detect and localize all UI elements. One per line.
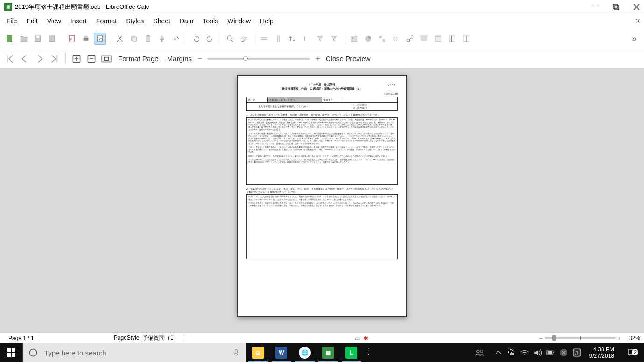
header-button[interactable] (432, 33, 444, 45)
action-center-button[interactable]: 2 (623, 348, 641, 357)
paste-button[interactable] (142, 33, 154, 45)
menu-tools[interactable]: Tools (198, 15, 223, 27)
sort-desc-button[interactable] (300, 33, 312, 45)
spellcheck-button[interactable]: Abc (238, 33, 250, 45)
document-close-icon[interactable]: × (635, 16, 640, 26)
page-preview: (DL可) 2019年度 修士課程 作曲指揮専攻（作曲）口述試問・面接のための予… (237, 75, 407, 317)
svg-rect-0 (613, 4, 617, 8)
menu-sheet[interactable]: Sheet (148, 15, 175, 27)
close-preview-button[interactable]: Close Preview (323, 55, 373, 63)
save-button[interactable] (32, 33, 44, 45)
volume-icon[interactable] (533, 348, 542, 357)
svg-rect-41 (102, 56, 111, 62)
zoom-in-button[interactable] (70, 53, 83, 65)
comment-button[interactable] (418, 33, 430, 45)
tray-overflow-icon[interactable] (494, 348, 503, 357)
app-file-explorer[interactable]: 🗂 (246, 343, 270, 362)
find-button[interactable] (224, 33, 236, 45)
people-button[interactable] (470, 348, 490, 358)
freeze-button[interactable] (446, 33, 458, 45)
column-button[interactable] (272, 33, 284, 45)
minimize-button[interactable] (592, 3, 599, 11)
close-button[interactable] (633, 3, 640, 11)
cut-button[interactable] (114, 33, 126, 45)
menu-help[interactable]: Help (255, 15, 278, 27)
app-chrome[interactable]: 🌐 (293, 343, 316, 362)
weather-icon[interactable]: 🌤 (507, 348, 516, 357)
margins-button[interactable]: Margins (164, 55, 195, 63)
menu-data[interactable]: Data (175, 15, 198, 27)
redo-button[interactable] (204, 33, 216, 45)
zoom-value[interactable]: 32% (629, 335, 640, 341)
maximize-button[interactable] (612, 3, 620, 11)
modified-icon[interactable]: ✱ (364, 335, 368, 341)
svg-rect-16 (146, 36, 150, 42)
menu-format[interactable]: Format (91, 15, 121, 27)
first-page-button[interactable] (4, 53, 16, 65)
zoom-out-button[interactable] (85, 53, 98, 65)
status-style: PageStyle_予備質問（1） (109, 334, 184, 342)
slider-plus-icon[interactable]: + (315, 55, 320, 63)
slider-minus-icon[interactable]: − (197, 55, 202, 63)
mic-icon[interactable] (232, 348, 240, 358)
svg-point-13 (121, 40, 122, 42)
app-word[interactable]: W (270, 343, 293, 362)
menu-edit[interactable]: Edit (22, 15, 42, 27)
svg-rect-34 (421, 36, 427, 40)
full-screen-button[interactable] (100, 53, 112, 65)
menu-view[interactable]: View (42, 15, 66, 27)
next-page-button[interactable] (34, 53, 46, 65)
clear-format-button[interactable]: A (170, 33, 182, 45)
autofilter-b-button[interactable] (328, 33, 340, 45)
insert-mode-icon[interactable]: ▭ (355, 335, 360, 341)
taskbar-chevrons[interactable]: ˄˅ (363, 348, 373, 358)
print-preview-button[interactable] (94, 33, 106, 45)
label-field-select: 主たる研究対象となる分野を選択してください。 (247, 103, 322, 111)
pivot-button[interactable] (376, 33, 388, 45)
notification-badge: 2 (632, 349, 638, 355)
zoom-minus-button[interactable]: − (539, 335, 543, 341)
preview-canvas[interactable]: (DL可) 2019年度 修士課程 作曲指揮専攻（作曲）口述試問・面接のための予… (0, 68, 644, 332)
clone-format-button[interactable] (156, 33, 168, 45)
last-page-button[interactable] (49, 53, 61, 65)
chart-button[interactable] (362, 33, 374, 45)
new-button[interactable] (4, 33, 16, 45)
menu-window[interactable]: Window (223, 15, 255, 27)
print-button[interactable] (80, 33, 92, 45)
autofilter-a-button[interactable] (314, 33, 326, 45)
row-button[interactable] (258, 33, 270, 45)
undo-button[interactable] (190, 33, 202, 45)
special-char-button[interactable]: Ω (390, 33, 402, 45)
tray-app-icon[interactable] (560, 348, 568, 357)
status-bar: Page 1 / 1 PageStyle_予備質問（1） ▭ ✱ − + 32% (0, 332, 644, 343)
open-button[interactable] (18, 33, 30, 45)
hyperlink-button[interactable] (404, 33, 416, 45)
menu-styles[interactable]: Styles (121, 15, 148, 27)
wifi-icon[interactable] (520, 348, 529, 357)
ime-icon[interactable]: J (573, 348, 581, 357)
copy-button[interactable] (128, 33, 140, 45)
app-libreoffice-calc[interactable]: ▦ (316, 343, 340, 362)
format-page-button[interactable]: Format Page (115, 55, 161, 63)
toolbar-overflow-button[interactable]: » (629, 35, 640, 43)
app-line[interactable]: L (340, 343, 363, 362)
svg-rect-5 (49, 36, 55, 42)
split-button[interactable] (460, 33, 472, 45)
start-button[interactable] (0, 343, 22, 362)
preview-toolbar: Format Page Margins − + Close Preview (0, 49, 644, 68)
menu-file[interactable]: File (2, 15, 22, 27)
sort-asc-button[interactable] (286, 33, 298, 45)
zoom-plus-button[interactable]: + (617, 335, 622, 341)
save-as-button[interactable] (46, 33, 58, 45)
image-button[interactable] (348, 33, 360, 45)
svg-rect-17 (147, 35, 149, 36)
export-pdf-button[interactable]: P (66, 33, 78, 45)
preview-zoom-slider[interactable] (207, 58, 310, 60)
prev-page-button[interactable] (19, 53, 31, 65)
taskbar-search[interactable]: Type here to search (22, 343, 246, 362)
clock[interactable]: 4:38 PM 9/27/2018 (586, 346, 618, 360)
battery-icon[interactable] (546, 348, 555, 357)
menu-insert[interactable]: Insert (66, 15, 91, 27)
svg-point-49 (476, 350, 479, 353)
zoom-slider[interactable] (545, 337, 615, 339)
